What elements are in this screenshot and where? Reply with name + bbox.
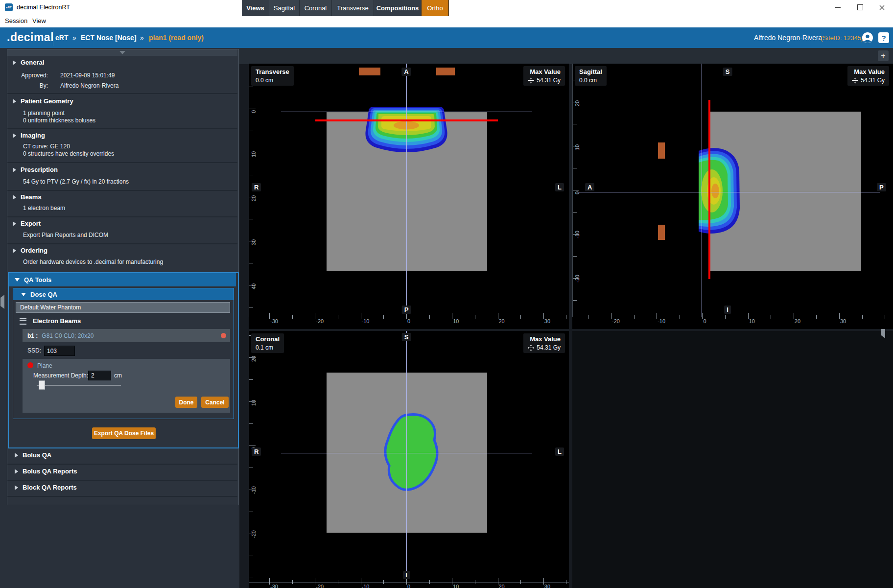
collapse-arrow-icon <box>119 51 125 54</box>
beam-status-dot <box>221 333 226 338</box>
section-title: Dose QA <box>30 291 57 298</box>
slice-position: 0.0 cm <box>579 77 602 84</box>
section-line: 54 Gy to PTV (2.7 Gy / fx) in 20 fractio… <box>23 178 129 185</box>
collapse-arrow-icon <box>21 293 26 296</box>
measurement-depth-input[interactable]: 2 <box>88 371 111 380</box>
user-avatar[interactable] <box>862 32 873 43</box>
beam-block-marker <box>658 225 665 240</box>
section-dose-qa[interactable]: Dose QA <box>13 288 234 300</box>
max-value-label: Max Value <box>528 335 561 343</box>
crosshair-horizontal[interactable] <box>577 192 880 192</box>
beam-block-marker <box>658 142 665 159</box>
tab-ortho[interactable]: Ortho <box>422 0 449 16</box>
export-qa-dose-files-button[interactable]: Export QA Dose Files <box>92 427 156 439</box>
crosshair-vertical[interactable] <box>702 64 702 317</box>
app-icon: eRT <box>5 3 13 11</box>
divider <box>7 190 237 191</box>
breadcrumb-separator: » <box>72 34 76 42</box>
crosshair-vertical[interactable] <box>406 331 407 582</box>
crosshair-vertical[interactable] <box>406 64 407 317</box>
help-button[interactable]: ? <box>878 32 889 43</box>
divider <box>7 162 237 163</box>
measurement-plane-line[interactable] <box>315 119 498 121</box>
breadcrumb-separator: » <box>140 34 144 42</box>
viewport-transverse[interactable]: Transverse 0.0 cm Max Value 54.31 Gy A P… <box>249 64 569 329</box>
divider <box>7 128 237 129</box>
sagittal-axis-x: -20-100102030 <box>572 317 893 329</box>
section-bolus-qa-reports[interactable]: Bolus QA Reports <box>15 468 77 475</box>
plane-color-dot <box>27 362 33 368</box>
measurement-plane-line[interactable] <box>708 100 710 279</box>
expand-arrow-icon <box>13 167 16 172</box>
close-icon <box>879 5 885 10</box>
expand-arrow-icon <box>15 469 18 474</box>
measurement-depth-slider-track[interactable] <box>37 385 121 386</box>
expand-arrow-icon <box>13 195 16 200</box>
measurement-depth-slider-handle[interactable] <box>39 380 45 390</box>
decimal-logo: .decimal <box>7 31 54 44</box>
tab-compositions[interactable]: Compositions <box>374 0 422 16</box>
measurement-depth-label: Measurement Depth: <box>33 372 88 379</box>
list-icon <box>20 318 26 325</box>
menu-view[interactable]: View <box>32 17 46 24</box>
application-window: eRT decimal ElectronRT Session View .dec… <box>0 0 893 588</box>
maximize-icon <box>857 4 863 10</box>
section-general[interactable]: General <box>13 59 44 66</box>
electron-beams-header: Electron Beams <box>20 317 81 325</box>
section-title: QA Tools <box>24 276 51 283</box>
slice-info-chip: Coronal 0.1 cm <box>251 333 284 353</box>
orientation-label-superior: S <box>402 333 411 341</box>
divider <box>7 243 237 244</box>
section-title: Bolus QA Reports <box>23 468 77 475</box>
tab-views[interactable]: Views <box>242 0 269 16</box>
section-line: Order hardware devices to .decimal for m… <box>23 259 163 265</box>
section-beams[interactable]: Beams <box>13 193 42 201</box>
section-block-qa-reports[interactable]: Block QA Reports <box>15 484 77 491</box>
section-patient-geometry[interactable]: Patient Geometry <box>13 97 73 105</box>
sidebar-collapse-left-arrow[interactable] <box>0 298 4 306</box>
orientation-label-anterior: A <box>585 183 594 191</box>
beam-block-marker <box>359 68 380 75</box>
sidebar-collapse-bar[interactable] <box>7 49 237 56</box>
ssd-label: SSD: <box>27 347 41 354</box>
divider <box>7 216 237 217</box>
phantom-select[interactable]: Default Water Phantom <box>16 302 230 313</box>
tab-transverse[interactable]: Transverse <box>332 0 374 16</box>
move-icon <box>528 345 534 351</box>
max-value: 54.31 Gy <box>537 344 561 351</box>
by-value: Alfredo Negron-Rivera <box>60 82 118 89</box>
plane-panel <box>23 359 230 413</box>
add-view-button[interactable]: + <box>878 50 889 61</box>
beam-list-item[interactable]: b1 : G81 C0 CL0; 20x20 <box>23 329 230 342</box>
viewport-sagittal[interactable]: Sagittal 0.0 cm Max Value 54.31 Gy S I A… <box>572 64 893 329</box>
section-ordering[interactable]: Ordering <box>13 247 47 254</box>
close-button[interactable] <box>870 0 893 15</box>
maximize-button[interactable] <box>849 0 871 15</box>
section-imaging[interactable]: Imaging <box>13 132 45 139</box>
done-button[interactable]: Done <box>175 397 197 408</box>
section-bolus-qa[interactable]: Bolus QA <box>15 451 51 459</box>
slice-position: 0.0 cm <box>256 77 289 84</box>
minimize-button[interactable] <box>826 0 849 15</box>
dose-wash <box>697 146 744 237</box>
breadcrumb-app[interactable]: eRT <box>55 34 68 42</box>
move-icon <box>528 77 534 84</box>
cancel-button[interactable]: Cancel <box>201 397 229 408</box>
minimize-icon <box>835 7 841 8</box>
section-line: CT curve: GE 120 <box>23 143 70 150</box>
section-qa-tools[interactable]: QA Tools <box>9 273 236 286</box>
section-prescription[interactable]: Prescription <box>13 166 58 173</box>
tab-coronal[interactable]: Coronal <box>300 0 332 16</box>
menu-session[interactable]: Session <box>5 17 27 24</box>
breadcrumb-patient[interactable]: ECT Nose [Nose] <box>81 34 137 42</box>
view-name: Coronal <box>256 335 280 343</box>
orientation-label-posterior: P <box>402 306 411 314</box>
max-value: 54.31 Gy <box>537 77 561 84</box>
expand-arrow-icon <box>13 133 16 138</box>
divider <box>7 496 237 497</box>
app-header: .decimal eRT » ECT Nose [Nose] » plan1 (… <box>0 27 893 48</box>
tab-sagittal[interactable]: Sagittal <box>269 0 300 16</box>
section-export[interactable]: Export <box>13 220 41 227</box>
viewport-coronal[interactable]: Coronal 0.1 cm Max Value 54.31 Gy S I R … <box>249 331 569 588</box>
ssd-input[interactable]: 103 <box>44 346 75 356</box>
